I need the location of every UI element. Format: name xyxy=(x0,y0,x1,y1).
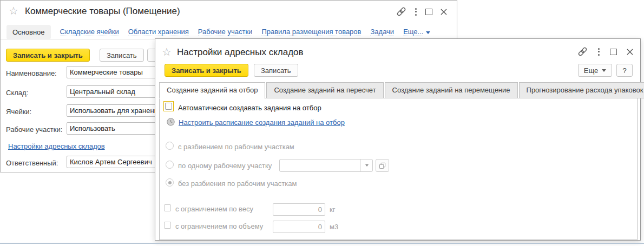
auto-create-checkbox[interactable] xyxy=(163,101,174,111)
chevron-down-icon xyxy=(365,164,369,167)
back-window-title: Коммерческие товары (Помещение) xyxy=(25,6,180,17)
front-window: ☆ Настройки адресных складов Записать и … xyxy=(155,38,641,241)
weight-unit: кг xyxy=(330,205,335,214)
save-close-button[interactable]: Записать и закрыть xyxy=(165,64,248,77)
field-label-name: Наименование: xyxy=(6,69,57,77)
volume-limit-input[interactable]: 0 xyxy=(273,221,325,233)
front-window-title: Настройки адресных складов xyxy=(177,47,304,58)
nav-link-storage-cells[interactable]: Складские ячейки xyxy=(60,28,119,36)
close-button[interactable] xyxy=(440,8,448,16)
radio-split-by-work-areas[interactable] xyxy=(166,142,174,150)
radio-split-label: с разбиением по рабочим участкам xyxy=(178,143,294,151)
work-area-value xyxy=(280,159,360,171)
tab-create-move-tasks[interactable]: Создание заданий на перемещение xyxy=(385,82,518,98)
nav-link-placement-rules[interactable]: Правила размещения товаров xyxy=(261,28,361,36)
favorite-star-icon[interactable]: ☆ xyxy=(9,5,18,16)
schedule-link[interactable]: Настроить расписание создания заданий на… xyxy=(179,118,345,127)
weight-limit-label: с ограничением по весу xyxy=(175,205,253,213)
weight-limit-input[interactable]: 0 xyxy=(273,203,325,216)
field-label-cells: Ячейки: xyxy=(6,108,31,116)
section-nav: Основное Складские ячейки Области хранен… xyxy=(6,24,430,39)
work-area-combobox[interactable] xyxy=(279,159,373,172)
more-menu-icon[interactable] xyxy=(597,47,601,57)
screen: ☆ Коммерческие товары (Помещение) Ос xyxy=(0,0,644,246)
auto-create-label: Автоматически создавать задания на отбор xyxy=(178,104,321,112)
warehouse-field[interactable]: Центральный склад xyxy=(67,85,167,98)
help-button[interactable]: ? xyxy=(616,64,633,77)
nav-link-work-areas[interactable]: Рабочие участки xyxy=(198,28,253,36)
field-label-work-areas: Рабочие участки: xyxy=(6,125,62,134)
bottom-divider xyxy=(0,243,644,244)
work-areas-field[interactable]: Использовать xyxy=(67,122,167,135)
nav-more-label: Еще... xyxy=(403,28,423,36)
radio-single-label: по одному рабочему участку xyxy=(178,162,272,170)
responsible-field[interactable]: Кислов Артем Сергеевич xyxy=(67,156,167,168)
volume-limit-label: с ограничением по объему xyxy=(175,222,263,230)
field-label-warehouse: Склад: xyxy=(6,89,28,97)
get-link-icon[interactable] xyxy=(396,6,406,17)
favorite-star-icon[interactable]: ☆ xyxy=(162,46,172,57)
save-button[interactable]: Записать xyxy=(254,64,298,77)
address-warehouse-settings-link[interactable]: Настройки адресных складов xyxy=(8,142,105,150)
settings-tabs: Создание заданий на отбор Создание задан… xyxy=(159,82,644,98)
more-button-label: Еще xyxy=(584,67,598,75)
nav-link-storage-areas[interactable]: Области хранения xyxy=(128,28,189,36)
more-menu-icon[interactable] xyxy=(414,7,418,17)
volume-limit-checkbox[interactable] xyxy=(164,222,171,229)
volume-unit: м3 xyxy=(330,223,338,231)
maximize-button[interactable] xyxy=(610,49,617,55)
nav-tab-main[interactable]: Основное xyxy=(6,25,51,39)
more-button[interactable]: Еще xyxy=(578,64,612,77)
open-work-area-button[interactable] xyxy=(376,159,389,172)
field-label-responsible: Ответственный: xyxy=(6,159,58,167)
get-link-icon[interactable] xyxy=(577,46,588,57)
tab-create-pick-tasks[interactable]: Создание заданий на отбор xyxy=(159,82,265,99)
radio-single-work-area[interactable] xyxy=(166,161,174,169)
combo-dropdown-button[interactable] xyxy=(360,159,372,171)
tab-package-forecast[interactable]: Прогнозирование расхода упаковок xyxy=(519,82,644,98)
chevron-down-icon xyxy=(602,69,606,72)
nav-link-tasks[interactable]: Задачи xyxy=(370,28,394,36)
save-close-button[interactable]: Записать и закрыть xyxy=(6,49,90,62)
cells-field[interactable]: Использовать для хранени xyxy=(67,104,167,117)
chevron-down-icon xyxy=(426,31,430,34)
nav-more-button[interactable]: Еще... xyxy=(403,28,430,36)
save-button[interactable]: Записать xyxy=(100,49,144,62)
maximize-button[interactable] xyxy=(425,9,432,15)
close-button[interactable] xyxy=(626,48,634,56)
radio-no-split-label: без разбиения по рабочим участкам xyxy=(178,179,297,188)
weight-limit-checkbox[interactable] xyxy=(164,204,171,211)
radio-no-split[interactable] xyxy=(166,178,174,187)
tab-create-recount-tasks[interactable]: Создание заданий на пересчет xyxy=(266,82,383,98)
name-field[interactable]: Коммерческие товары xyxy=(67,66,167,78)
schedule-clock-icon xyxy=(166,117,175,129)
